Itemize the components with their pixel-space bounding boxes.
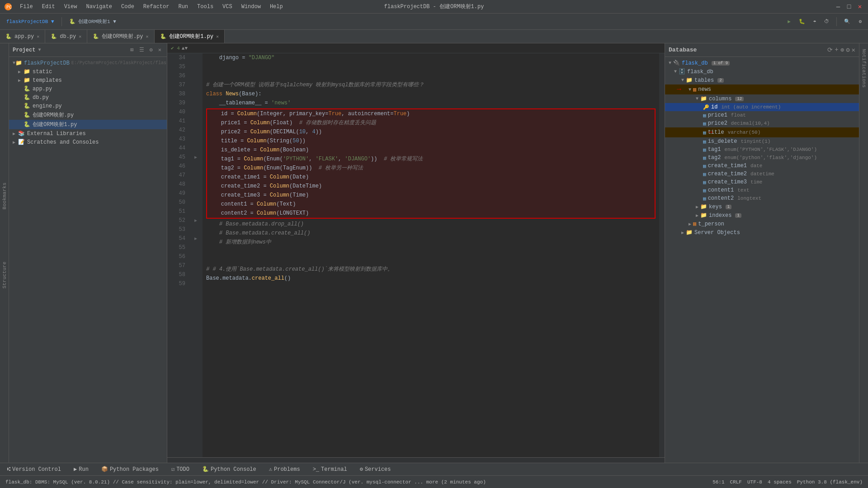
arrow-down-icon[interactable]: ▼ (184, 46, 188, 51)
debug-button[interactable]: 🐛 (796, 18, 808, 25)
status-indent[interactable]: 4 spaces (768, 479, 792, 485)
bookmarks-tab[interactable]: Bookmarks (0, 179, 9, 213)
run-button[interactable]: ▶ (785, 18, 793, 25)
db-refresh-btn[interactable]: ⟳ (827, 46, 833, 54)
db-col-isdelete[interactable]: ▦ is_delete tinyint(1) (665, 137, 859, 145)
db-tables-label: tables (694, 77, 714, 84)
bottom-tab-problems[interactable]: ⚠ Problems (265, 465, 304, 474)
notifications-tab[interactable]: Notifications (859, 47, 868, 89)
db-filter-btn[interactable]: ⊕ (840, 46, 844, 54)
tree-apppy[interactable]: 🐍 app.py (9, 84, 167, 93)
bottom-tab-python-console[interactable]: 🐍 Python Console (198, 465, 260, 474)
sidebar-collapse-btn[interactable]: ⊞ (128, 46, 135, 54)
db-col-ctime3[interactable]: ▦ create_time3 time (665, 178, 859, 186)
menu-code[interactable]: Code (118, 3, 138, 11)
arrow-up-icon[interactable]: ▲ (182, 46, 185, 51)
tree-root[interactable]: ▼ 📁 flaskProjectDB E:/PyCharmProject/Fla… (9, 59, 167, 67)
code-scrollbar[interactable] (659, 53, 665, 457)
tree-orm1-active[interactable]: 🐍 创建ORM映射1.py (9, 120, 167, 129)
code-line-41: price1 = Column(Float) # 存储数据时存在精度丢失问题 (208, 118, 654, 127)
db-col-content1-label: content1 (708, 187, 734, 193)
search-button[interactable]: 🔍 (841, 18, 853, 25)
settings-button[interactable]: ⚙ (856, 18, 864, 25)
tab-dbpy[interactable]: 🐍 db.py ✕ (45, 30, 87, 43)
packages-icon: 📦 (101, 466, 108, 473)
sidebar-dropdown-icon[interactable]: ▼ (38, 47, 41, 52)
code-lines[interactable]: django = "DJANGO" # 创建一个ORM模型 说明基于sqlalc… (203, 53, 659, 457)
db-close-btn[interactable]: ✕ (852, 46, 855, 54)
menu-file[interactable]: File (16, 3, 37, 11)
tree-static[interactable]: ▶ 📁 static (9, 67, 167, 76)
tab-close-orm1-active[interactable]: ✕ (216, 34, 219, 39)
db-columns-folder[interactable]: ▼ 📁 columns 12 (665, 94, 859, 103)
file-indicator[interactable]: 🐍 创建ORM映射1 ▼ (66, 17, 119, 26)
sidebar-expand-btn[interactable]: ☰ (137, 46, 146, 54)
sidebar-close-btn[interactable]: ✕ (156, 46, 163, 54)
tree-external[interactable]: ▶ 📚 External Libraries (9, 129, 167, 138)
gutter-44 (189, 144, 203, 153)
tree-templates[interactable]: ▶ 📁 templates (9, 76, 167, 84)
bottom-tab-python-packages[interactable]: 📦 Python Packages (98, 465, 162, 474)
menu-vcs[interactable]: VCS (219, 3, 236, 11)
menu-navigate[interactable]: Navigate (82, 3, 116, 11)
db-col-id[interactable]: 🔑 id int (auto increment) (665, 103, 859, 111)
status-line-ending[interactable]: CRLF (730, 479, 742, 485)
db-col-title[interactable]: ▦ title varchar(50) → (665, 127, 859, 137)
db-col-tag1[interactable]: ▦ tag1 enum('PYTHON','FLASK','DJANGO') (665, 145, 859, 154)
db-add-btn[interactable]: + (835, 46, 838, 54)
db-col-price2[interactable]: ▦ price2 decimal(10,4) (665, 119, 859, 127)
code-hscrollbar[interactable] (167, 457, 665, 463)
db-col-tag2[interactable]: ▦ tag2 enum('python','flask','django') (665, 154, 859, 162)
sidebar-settings-btn[interactable]: ⚙ (148, 46, 155, 54)
db-settings-btn[interactable]: ⚙ (846, 46, 849, 54)
status-position[interactable]: 56:1 (712, 479, 724, 485)
db-schema[interactable]: ▼ 🗄️ flask_db (665, 67, 859, 76)
status-python[interactable]: Python 3.8 (flask_env) (797, 479, 863, 485)
menu-window[interactable]: Window (238, 3, 264, 11)
menu-tools[interactable]: Tools (193, 3, 217, 11)
db-col-content2[interactable]: ▦ content2 longtext (665, 194, 859, 202)
tree-scratches[interactable]: ▶ 📝 Scratches and Consoles (9, 138, 167, 146)
db-col-ctime1[interactable]: ▦ create_time1 date (665, 162, 859, 170)
bottom-tab-todo[interactable]: ☑ TODO (168, 465, 193, 474)
menu-run[interactable]: Run (175, 3, 192, 11)
bottom-tab-vcs[interactable]: ⑆ Version Control (4, 465, 65, 474)
db-col-price1-icon: ▦ (703, 113, 706, 118)
tree-enginepy[interactable]: 🐍 engine.py (9, 102, 167, 110)
db-tables-folder[interactable]: ▼ 📁 tables 2 (665, 76, 859, 84)
status-db-info[interactable]: flask_db: DBMS: MySQL (ver. 8.0.21) // C… (5, 479, 486, 485)
minimize-button[interactable]: — (834, 2, 843, 11)
tab-apppy[interactable]: 🐍 app.py ✕ (0, 30, 45, 43)
structure-tab[interactable]: Structure (0, 258, 9, 292)
close-button[interactable]: ✕ (855, 2, 864, 11)
bottom-tab-run[interactable]: ▶ Run (70, 465, 92, 474)
status-encoding[interactable]: UTF-8 (747, 479, 762, 485)
db-news-table[interactable]: ▼ ▦ news → (665, 84, 859, 94)
tree-scratches-arrow: ▶ (13, 140, 18, 145)
bottom-tab-terminal[interactable]: >_ Terminal (309, 465, 351, 474)
db-indexes-folder[interactable]: ▶ 📁 indexes 1 (665, 211, 859, 220)
menu-refactor[interactable]: Refactor (140, 3, 173, 11)
maximize-button[interactable]: □ (844, 2, 854, 11)
db-root[interactable]: ▼ 🔌 flask_db 1 of 9 (665, 59, 859, 67)
db-keys-folder[interactable]: ▶ 📁 keys 1 (665, 202, 859, 211)
tab-close-dbpy[interactable]: ✕ (79, 34, 81, 39)
profile-button[interactable]: ⏱ (821, 18, 832, 25)
db-col-content1[interactable]: ▦ content1 text (665, 186, 859, 194)
bottom-tab-services[interactable]: ⚙ Services (356, 465, 395, 474)
db-tperson-table[interactable]: ▶ ▦ t_person (665, 220, 859, 228)
tree-orm1[interactable]: 🐍 创建ORM映射.py (9, 110, 167, 120)
tree-dbpy[interactable]: 🐍 db.py (9, 93, 167, 102)
db-col-ctime2[interactable]: ▦ create_time2 datetime (665, 170, 859, 178)
coverage-button[interactable]: ☂ (811, 18, 819, 25)
menu-view[interactable]: View (61, 3, 81, 11)
tab-orm1-active[interactable]: 🐍 创建ORM映射1.py ✕ (155, 30, 225, 43)
tab-close-apppy[interactable]: ✕ (37, 34, 39, 39)
project-dropdown[interactable]: flaskProjectDB ▼ (4, 18, 57, 25)
tab-close-orm1[interactable]: ✕ (146, 34, 149, 39)
menu-help[interactable]: Help (266, 3, 287, 11)
menu-edit[interactable]: Edit (38, 3, 59, 11)
tab-orm1[interactable]: 🐍 创建ORM映射.py ✕ (87, 30, 154, 43)
db-server-objects[interactable]: ▶ 📁 Server Objects (665, 228, 859, 237)
db-col-price1[interactable]: ▦ price1 float (665, 111, 859, 119)
